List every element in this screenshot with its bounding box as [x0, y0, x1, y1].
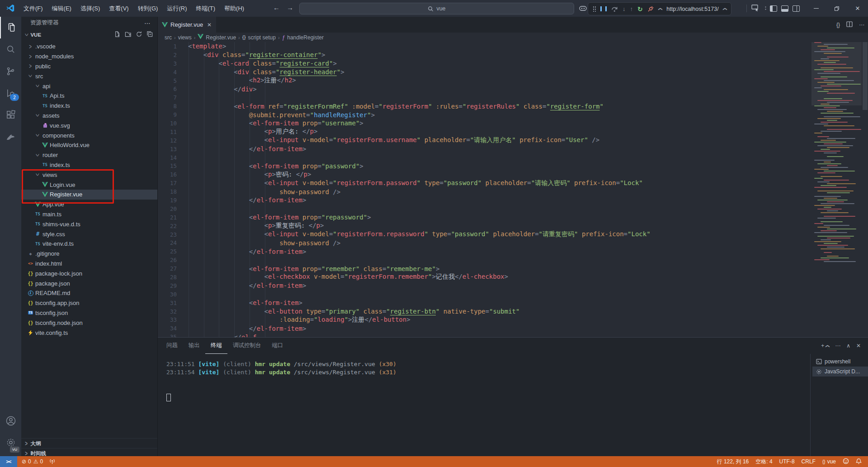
scrollbar-slider[interactable]	[863, 42, 868, 110]
language-mode[interactable]: {} vue	[822, 458, 836, 465]
new-folder-icon[interactable]	[125, 31, 132, 39]
explorer-icon[interactable]	[0, 17, 22, 38]
panel-tab[interactable]: 输出	[183, 338, 205, 354]
minimize-button[interactable]	[806, 0, 826, 17]
terminal-list-item[interactable]: powershell	[812, 357, 868, 367]
tree-item[interactable]: >public	[21, 62, 157, 71]
tab-register-vue[interactable]: Register.vue ✕	[157, 17, 216, 33]
debug-toolbar-grip-icon[interactable]	[593, 6, 596, 12]
feedback-smiley-icon[interactable]	[843, 458, 849, 466]
tree-item[interactable]: >api	[21, 81, 157, 91]
tree-item[interactable]: vite.config.ts	[21, 328, 157, 338]
notifications-bell-icon[interactable]	[856, 458, 862, 466]
run-debug-icon[interactable]: 2	[0, 82, 21, 104]
debug-url-label[interactable]: http://localhost:5173/	[666, 6, 718, 12]
broadcast-icon[interactable]	[49, 458, 56, 466]
restore-button[interactable]	[826, 0, 847, 17]
debug-disconnect-icon[interactable]	[647, 5, 654, 12]
panel-tab[interactable]: 终端	[205, 338, 227, 354]
panel-tab[interactable]: 问题	[161, 338, 183, 354]
tree-item[interactable]: {}package.json	[21, 278, 157, 288]
minimap[interactable]	[811, 42, 862, 295]
debug-step-over-icon[interactable]	[611, 6, 618, 12]
outline-section[interactable]: > 大纲	[21, 438, 157, 448]
panel-more-icon[interactable]: ⋯	[835, 343, 840, 349]
screencast-icon[interactable]	[751, 5, 759, 11]
debug-restart-icon[interactable]: ↻	[637, 5, 643, 13]
debug-step-out-icon[interactable]: ↑	[630, 5, 633, 12]
tree-item[interactable]: TSmain.ts	[21, 210, 157, 219]
breadcrumb-item[interactable]: script setup	[248, 34, 276, 41]
tree-item[interactable]: Login.vue	[21, 180, 157, 190]
tree-item[interactable]: TSvite-env.d.ts	[21, 239, 157, 249]
tree-item[interactable]: TSindex.ts	[21, 160, 157, 170]
source-control-icon[interactable]	[0, 60, 21, 82]
tree-item[interactable]: TSshims-vue.d.ts	[21, 219, 157, 229]
remote-indicator[interactable]: ><	[0, 456, 17, 467]
menu-item[interactable]: 转到(G)	[133, 5, 163, 13]
terminal-output[interactable]: 23:11:51 [vite] (client) hmr update /src…	[166, 360, 396, 377]
tree-item[interactable]: >components	[21, 130, 157, 140]
menu-item[interactable]: 编辑(E)	[47, 5, 76, 13]
customize-layout-icon[interactable]	[765, 6, 766, 11]
tree-item[interactable]: TStsconfig.json	[21, 308, 157, 318]
breadcrumb-item[interactable]: handleRegister	[287, 34, 324, 41]
panel-tab[interactable]: 端口	[267, 338, 289, 354]
workspace-section-header[interactable]: > VUE	[21, 29, 157, 41]
toggle-secondary-sidebar-icon[interactable]	[793, 5, 800, 12]
terminal-list-item[interactable]: JavaScript D...	[812, 367, 868, 376]
editor-more-icon[interactable]: ⋯	[859, 22, 864, 28]
tree-item[interactable]: <>index.html	[21, 259, 157, 269]
tree-item[interactable]: >src	[21, 71, 157, 81]
formatter-braces-icon[interactable]: {}	[836, 22, 840, 28]
menu-item[interactable]: 选择(S)	[76, 5, 104, 13]
tree-item[interactable]: >.vscode	[21, 42, 157, 52]
tree-item[interactable]: {}tsconfig.node.json	[21, 318, 157, 328]
code-viewport[interactable]: 1<template>2 <div class="register-contai…	[157, 42, 868, 337]
tree-item[interactable]: TSindex.ts	[21, 101, 157, 111]
breadcrumb-item[interactable]: Register.vue	[206, 34, 236, 41]
encoding[interactable]: UTF-8	[779, 458, 795, 465]
toggle-sidebar-icon[interactable]	[770, 5, 777, 12]
menu-item[interactable]: 终端(T)	[191, 5, 220, 13]
editor-scrollbar[interactable]	[862, 42, 868, 337]
debug-step-into-icon[interactable]: ↓	[623, 5, 626, 12]
extensions-icon[interactable]	[0, 104, 21, 125]
toggle-panel-icon[interactable]	[781, 5, 788, 12]
tree-item[interactable]: {}tsconfig.app.json	[21, 298, 157, 308]
eol-sequence[interactable]: CRLF	[802, 458, 816, 465]
close-window-button[interactable]: ✕	[847, 0, 868, 17]
tree-item[interactable]: App.vue	[21, 200, 157, 210]
nav-forward-icon[interactable]: →	[287, 4, 293, 11]
tree-item[interactable]: {}package-lock.json	[21, 268, 157, 278]
tree-item[interactable]: #style.css	[21, 229, 157, 239]
cursor-position[interactable]: 行 122, 列 16	[717, 458, 749, 466]
tree-item[interactable]: >assets	[21, 111, 157, 121]
debug-pause-icon[interactable]	[600, 6, 607, 11]
panel-maximize-icon[interactable]: ∧	[846, 343, 850, 349]
menu-item[interactable]: 文件(F)	[19, 5, 47, 13]
tree-item[interactable]: >router	[21, 150, 157, 160]
tree-item[interactable]: >views	[21, 170, 157, 180]
tree-item[interactable]: Register.vue	[21, 190, 157, 200]
breadcrumb-item[interactable]: src	[165, 34, 172, 41]
tree-item[interactable]: ◆.gitignore	[21, 249, 157, 259]
tree-item[interactable]: vue.svg	[21, 120, 157, 130]
problems-status[interactable]: ⊘ 0 ⚠ 0	[22, 458, 56, 466]
breadcrumb-item[interactable]: views	[178, 34, 192, 41]
copilot-icon[interactable]	[579, 5, 587, 12]
menu-item[interactable]: 运行(R)	[162, 5, 191, 13]
search-sidebar-icon[interactable]	[0, 38, 21, 60]
refresh-explorer-icon[interactable]	[136, 31, 142, 39]
tab-close-icon[interactable]: ✕	[207, 22, 212, 28]
kangaroo-extension-icon[interactable]	[0, 125, 21, 147]
debug-config-dropdown-icon[interactable]: ❮	[658, 7, 663, 11]
sidebar-more-icon[interactable]: ⋯	[144, 19, 151, 27]
indentation[interactable]: 空格: 4	[755, 458, 772, 466]
new-terminal-icon[interactable]: + ❮	[821, 343, 829, 349]
tree-item[interactable]: >node_modules	[21, 52, 157, 62]
nav-back-icon[interactable]: ←	[273, 4, 280, 11]
collapse-folders-icon[interactable]	[146, 31, 153, 39]
account-icon[interactable]	[0, 410, 21, 432]
url-dropdown-icon[interactable]: ❮	[722, 7, 727, 11]
